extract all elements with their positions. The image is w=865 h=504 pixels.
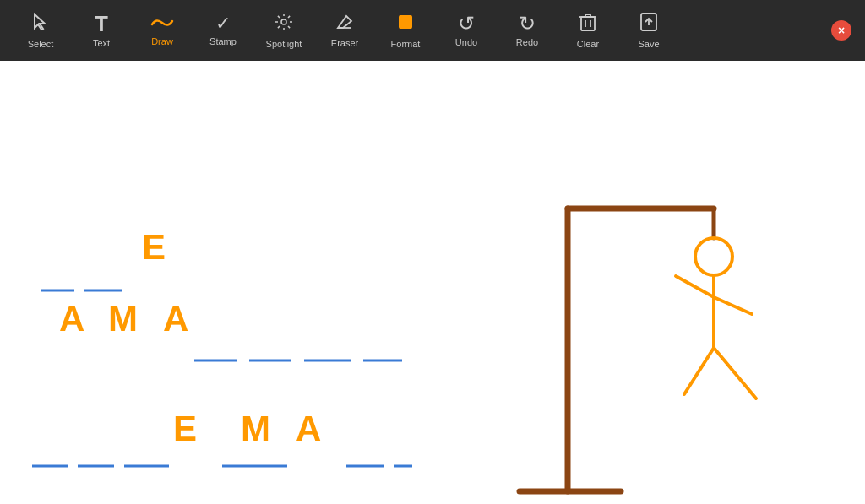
svg-line-37 <box>684 348 714 394</box>
letter-M-1: M <box>108 301 138 337</box>
letter-M-2: M <box>241 411 270 447</box>
svg-line-6 <box>288 26 290 28</box>
svg-line-35 <box>676 276 714 297</box>
svg-line-5 <box>278 16 280 18</box>
spotlight-tool[interactable]: Spotlight <box>257 3 311 57</box>
undo-icon: ↺ <box>458 14 475 34</box>
svg-line-38 <box>714 348 756 398</box>
svg-point-0 <box>281 19 286 24</box>
redo-icon: ↻ <box>519 14 536 34</box>
letter-E-2: E <box>173 411 197 447</box>
stamp-label: Stamp <box>209 36 237 46</box>
draw-label: Draw <box>151 36 173 46</box>
draw-icon <box>150 14 174 33</box>
spotlight-label: Spotlight <box>266 39 302 49</box>
eraser-label: Eraser <box>331 38 358 48</box>
spotlight-icon <box>274 12 294 35</box>
clear-label: Clear <box>577 39 599 49</box>
undo-label: Undo <box>455 37 477 47</box>
drawing-layer <box>0 61 865 504</box>
letter-E-1: E <box>142 230 166 265</box>
clear-icon <box>579 12 597 35</box>
eraser-tool[interactable]: Eraser <box>318 3 372 57</box>
format-tool[interactable]: Format <box>378 3 432 57</box>
redo-tool[interactable]: ↻ Redo <box>500 3 554 57</box>
text-icon: T <box>95 13 108 35</box>
letter-A-2: A <box>163 301 188 337</box>
stamp-icon: ✓ <box>215 14 231 33</box>
redo-label: Redo <box>516 37 538 47</box>
select-icon <box>30 12 51 35</box>
toolbar: Select T Text Draw ✓ Stamp <box>0 0 865 61</box>
clear-tool[interactable]: Clear <box>561 3 615 57</box>
eraser-icon <box>335 13 355 35</box>
save-tool[interactable]: Save <box>622 3 676 57</box>
text-label: Text <box>93 38 110 48</box>
svg-line-8 <box>288 16 290 18</box>
draw-tool[interactable]: Draw <box>135 3 189 57</box>
select-tool[interactable]: Select <box>14 3 68 57</box>
undo-tool[interactable]: ↺ Undo <box>439 3 493 57</box>
stamp-tool[interactable]: ✓ Stamp <box>196 3 250 57</box>
format-icon <box>395 12 416 35</box>
letter-A-3: A <box>296 411 321 447</box>
canvas-area[interactable]: E A M A E M A <box>0 61 865 504</box>
svg-rect-10 <box>399 15 412 29</box>
save-label: Save <box>638 39 659 49</box>
svg-line-36 <box>714 297 752 314</box>
close-button[interactable]: × <box>831 20 851 41</box>
save-icon <box>639 12 658 35</box>
text-tool[interactable]: T Text <box>74 3 128 57</box>
format-label: Format <box>391 39 421 49</box>
select-label: Select <box>28 39 54 49</box>
letter-A-1: A <box>59 301 84 337</box>
svg-point-33 <box>695 238 732 275</box>
svg-rect-11 <box>581 17 595 30</box>
svg-line-7 <box>278 26 280 28</box>
